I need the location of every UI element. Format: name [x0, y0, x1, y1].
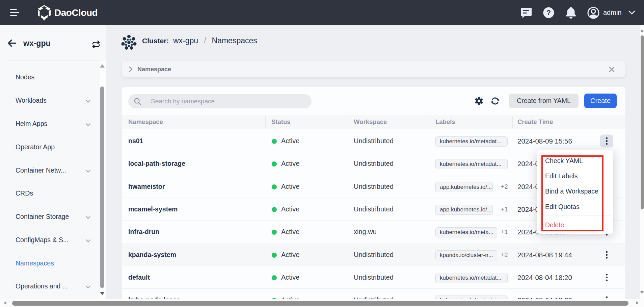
- svg-text:?: ?: [546, 8, 551, 17]
